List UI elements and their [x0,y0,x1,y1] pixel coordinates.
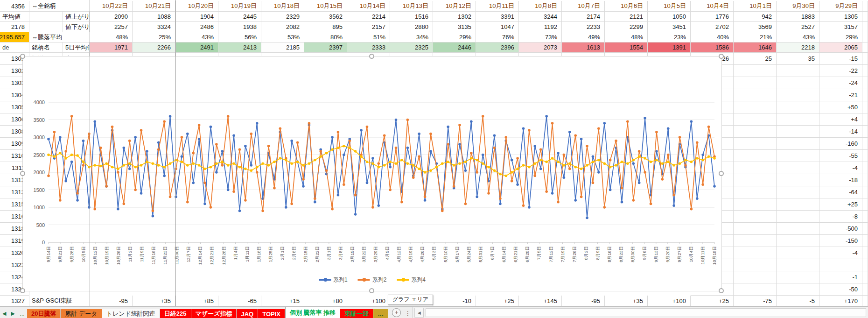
sheet-nav-more-icon[interactable]: … [17,311,27,318]
date-header[interactable]: 10月21日 [133,1,175,12]
avg5d-cell[interactable]: 1646 [734,42,777,53]
date-header[interactable]: 10月22日 [90,1,133,12]
cell-blank[interactable] [29,22,63,32]
decliners-cell[interactable]: 1047 [476,22,519,32]
empty-cell[interactable] [777,126,819,138]
decliners-cell[interactable]: 2486 [175,22,218,32]
cell-total-count[interactable]: 4356 [0,1,29,12]
advancers-cell[interactable]: 1088 [133,12,175,22]
empty-cell[interactable] [734,77,777,89]
stock-change-cell[interactable]: +50 [819,101,862,113]
tab-tosho-ichibu[interactable]: 東証一部 [340,309,373,318]
advancers-cell[interactable]: 1776 [691,12,734,22]
bottom-change-cell[interactable]: -5 [777,296,819,306]
empty-cell[interactable] [777,162,819,174]
empty-cell[interactable] [734,247,777,259]
advancers-cell[interactable]: 2329 [261,12,304,22]
edge-cell[interactable] [862,101,868,113]
stock-change-cell[interactable]: -55 [819,150,862,162]
edge-cell[interactable] [862,283,868,296]
tab-trend-stats[interactable]: トレンド統計関連 [102,309,160,318]
avg5d-cell[interactable]: 1971 [90,42,133,53]
stock-change-cell[interactable]: -8 [819,211,862,223]
advancers-cell[interactable]: 3391 [476,12,519,22]
empty-cell[interactable] [777,150,819,162]
stock-change-cell[interactable]: +25 [819,198,862,211]
chart-handle-bottom-center[interactable] [369,288,374,293]
date-header[interactable]: 10月13日 [390,1,433,12]
cell-average-label[interactable]: 平均値 [0,12,29,22]
bottom-change-cell[interactable]: +100 [648,296,691,306]
decliners-cell[interactable]: 1938 [218,22,261,32]
advancers-cell[interactable]: 2214 [347,12,390,22]
empty-cell[interactable] [734,101,777,113]
ratio-cell[interactable]: 40% [691,32,734,42]
empty-cell[interactable] [777,235,819,247]
tab-nikkei225[interactable]: 日経225 [160,309,191,318]
empty-cell[interactable] [734,113,777,126]
stock-change-cell[interactable]: -1 [819,271,862,283]
edge-cell[interactable] [862,259,868,271]
empty-cell[interactable] [777,211,819,223]
date-header[interactable]: 10月20日 [175,1,218,12]
bottom-change-cell[interactable]: +35 [605,296,648,306]
edge-cell[interactable] [862,53,868,65]
bottom-change-cell[interactable]: -10 [433,296,476,306]
decliners-cell[interactable]: 2299 [605,22,648,32]
stock-change-cell[interactable]: -21 [819,89,862,101]
advancers-cell[interactable]: 1904 [175,12,218,22]
bottom-change-cell[interactable]: +35 [133,296,175,306]
date-header[interactable]: 10月14日 [347,1,390,12]
tab-mothers[interactable]: マザーズ指標 [191,309,237,318]
empty-cell[interactable] [777,223,819,235]
stock-change-cell[interactable]: -14 [819,126,862,138]
bottom-change-cell[interactable]: -95 [562,296,605,306]
edge-cell[interactable] [862,126,868,138]
decliners-cell[interactable]: 3135 [433,22,476,32]
advancers-cell[interactable]: 1883 [777,12,819,22]
ratio-cell[interactable]: 56% [218,32,261,42]
edge-cell[interactable] [862,211,868,223]
cell-blank[interactable] [29,12,63,22]
date-header[interactable]: 10月7日 [562,1,605,12]
cell-tohraku-average-value[interactable]: 2195.657 [0,32,29,42]
tab-kobetsu-tohraku[interactable]: 個別 騰落率 推移 [285,307,340,318]
advancers-cell[interactable]: 2121 [605,12,648,22]
stock-change-cell[interactable]: -4 [819,247,862,259]
stock-change-cell[interactable]: -18 [819,174,862,186]
empty-cell[interactable] [734,174,777,186]
ratio-cell[interactable]: 76% [476,32,519,42]
stock-value-cell[interactable]: -15 [819,53,862,65]
advancers-cell[interactable]: 2174 [562,12,605,22]
sheet-nav-prev-icon[interactable]: ◀ [0,311,8,318]
edge-cell[interactable] [862,65,868,77]
empty-cell[interactable] [777,89,819,101]
add-sheet-button[interactable]: + [392,308,401,317]
advancers-cell[interactable]: 1305 [819,12,862,22]
bottom-change-cell[interactable]: +25 [691,296,734,306]
date-header[interactable]: 10月4日 [691,1,734,12]
stock-change-cell[interactable]: -22 [819,65,862,77]
date-header[interactable]: 10月18日 [261,1,304,12]
ratio-cell[interactable]: 21% [734,32,777,42]
edge-cell[interactable] [862,296,868,306]
date-header[interactable]: 10月8日 [519,1,562,12]
ratio-cell[interactable]: 25% [133,32,175,42]
tab-20day-tohraku[interactable]: 20日騰落 [27,309,61,318]
empty-cell[interactable] [777,65,819,77]
avg5d-cell[interactable]: 2065 [819,42,862,53]
chart-handle-top-center[interactable] [369,54,374,59]
edge-cell[interactable] [862,42,868,53]
ratio-cell[interactable]: 49% [562,32,605,42]
scrollbar-left-arrow[interactable]: ◀ [414,308,424,318]
decliners-cell[interactable]: 3569 [734,22,777,32]
avg5d-cell[interactable]: 2396 [476,42,519,53]
edge-cell[interactable] [862,198,868,211]
stock-change-cell[interactable]: -50 [819,283,862,296]
decliners-cell[interactable]: 2257 [90,22,133,32]
chart-handle-bottom-left[interactable] [20,288,25,293]
empty-cell[interactable] [734,65,777,77]
edge-cell[interactable] [862,138,868,150]
avg5d-cell[interactable]: 2491 [175,42,218,53]
ratio-cell[interactable]: 43% [777,32,819,42]
